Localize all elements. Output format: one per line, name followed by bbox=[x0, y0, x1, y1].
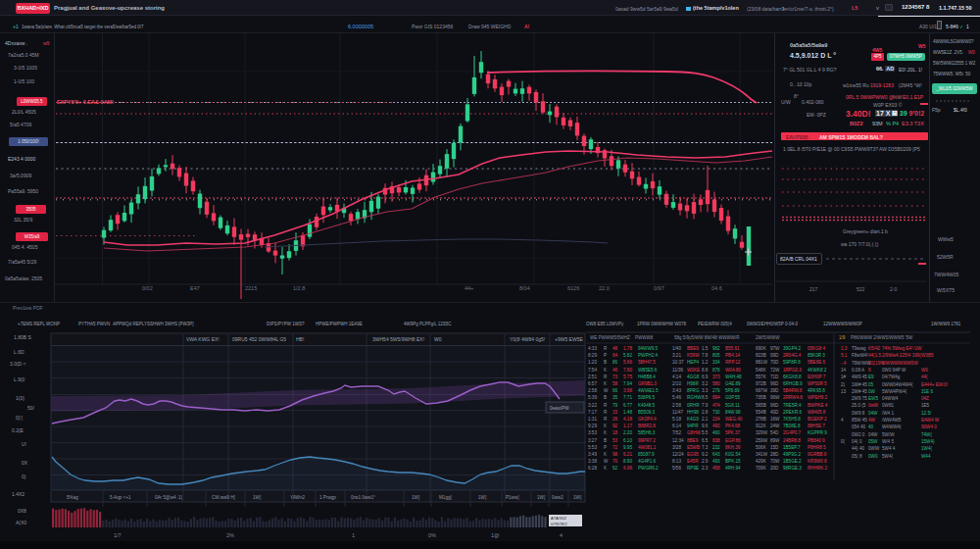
svg-text:E45R: E45R bbox=[687, 459, 699, 464]
svg-text:0WW04W4W4(: 0WW04W4W4( bbox=[882, 382, 913, 387]
svg-text:85K0R 3: 85K0R 3 bbox=[808, 353, 825, 358]
svg-text:5/56: 5/56 bbox=[672, 466, 681, 471]
svg-text:RPP.12: RPP.12 bbox=[725, 360, 741, 365]
svg-text:2/10: 2/10 bbox=[672, 381, 681, 386]
svg-text:7.3: 7.3 bbox=[702, 445, 709, 450]
svg-text:24BR8.8: 24BR8.8 bbox=[783, 438, 801, 443]
svg-text:1.5: 1.5 bbox=[702, 346, 709, 351]
svg-text:85W 45: 85W 45 bbox=[852, 418, 867, 423]
svg-text:2G4P0.7: 2G4P0.7 bbox=[783, 430, 802, 435]
svg-text:7.71: 7.71 bbox=[623, 395, 632, 400]
svg-text:279: 279 bbox=[712, 388, 720, 393]
svg-text:259W: 259W bbox=[756, 438, 768, 443]
svg-text:66: 66 bbox=[612, 388, 618, 393]
svg-text:W8405 8: W8405 8 bbox=[808, 410, 826, 415]
svg-text:2W# 45: 2W# 45 bbox=[852, 389, 867, 394]
svg-text:72: 72 bbox=[612, 445, 618, 450]
svg-text:PB4.14: PB4.14 bbox=[725, 353, 741, 358]
svg-text:PWWW8: PWWW8 bbox=[635, 335, 654, 340]
svg-text:1W# 45: 1W# 45 bbox=[852, 382, 867, 387]
svg-text:8PRG: 8PRG bbox=[687, 388, 700, 393]
svg-text:0RHR: 0RHR bbox=[687, 403, 700, 408]
svg-text:1W4(: 1W4( bbox=[921, 446, 932, 451]
svg-text:0.08 A: 0.08 A bbox=[852, 368, 865, 373]
svg-text:493: 493 bbox=[712, 459, 720, 464]
svg-text:054 40: 054 40 bbox=[852, 424, 865, 429]
svg-text:474: 474 bbox=[712, 403, 720, 408]
svg-text:20D: 20D bbox=[770, 466, 779, 471]
svg-text:PK4.68: PK4.68 bbox=[725, 424, 741, 428]
svg-text:1#: 1# bbox=[841, 374, 847, 379]
svg-text:4:33: 4:33 bbox=[588, 346, 597, 351]
svg-text:982: 982 bbox=[712, 346, 720, 351]
svg-text:15: 15 bbox=[612, 410, 618, 415]
svg-text:GK0P4.4: GK0P4.4 bbox=[638, 417, 657, 422]
svg-text:PWPH2.4: PWPH2.4 bbox=[638, 353, 659, 358]
svg-text:580: 580 bbox=[712, 381, 720, 386]
svg-text:4RK95 8: 4RK95 8 bbox=[808, 388, 825, 393]
svg-text:1.78: 1.78 bbox=[623, 346, 632, 351]
svg-text:2.3: 2.3 bbox=[702, 466, 709, 471]
svg-text:71D: 71D bbox=[770, 374, 779, 379]
svg-text:912K: 912K bbox=[756, 424, 767, 428]
svg-text:70D: 70D bbox=[770, 360, 779, 365]
svg-text:64: 64 bbox=[612, 353, 618, 358]
svg-text:823B: 823B bbox=[756, 353, 766, 358]
svg-text:3:38: 3:38 bbox=[588, 459, 597, 464]
svg-text:99PR7.2: 99PR7.2 bbox=[638, 438, 656, 443]
svg-text:5:46: 5:46 bbox=[672, 395, 681, 400]
svg-text:3:49: 3:49 bbox=[588, 452, 597, 457]
svg-text:W: W bbox=[604, 459, 609, 464]
svg-text:6RHGB.9: 6RHGB.9 bbox=[783, 381, 803, 386]
svg-text:E4W4 W: E4W4 W bbox=[921, 418, 940, 423]
svg-text:2/9Ww4 225/4 199(: 2/9Ww4 225/4 199( bbox=[882, 353, 921, 358]
svg-text:7.9: 7.9 bbox=[702, 403, 709, 408]
svg-text:429K: 429K bbox=[756, 459, 767, 464]
svg-text:54D: 54D bbox=[770, 430, 779, 435]
svg-text:EW5: EW5 bbox=[868, 396, 878, 401]
svg-text:6:28: 6:28 bbox=[588, 466, 597, 471]
svg-text:B: B bbox=[604, 360, 607, 365]
svg-text:F8wW4!: F8wW4! bbox=[852, 353, 868, 358]
svg-text:72W: 72W bbox=[770, 368, 780, 373]
svg-text:WEG.40: WEG.40 bbox=[725, 417, 743, 422]
svg-text:6.77: 6.77 bbox=[623, 403, 632, 408]
svg-text:1.2: 1.2 bbox=[702, 360, 709, 365]
svg-text:K59W: K59W bbox=[687, 353, 700, 358]
svg-text:0/WWWWWW5W: 0/WWWWWW5W bbox=[882, 361, 918, 366]
svg-text:697W: 697W bbox=[756, 388, 768, 393]
svg-text:5PK.37: 5PK.37 bbox=[725, 430, 741, 435]
svg-text:70W: 70W bbox=[770, 459, 780, 464]
svg-text:4W9 45: 4W9 45 bbox=[852, 374, 867, 379]
svg-text:RP9E: RP9E bbox=[687, 466, 699, 471]
svg-text:RHHRK 2: RHHRK 2 bbox=[808, 466, 828, 471]
svg-text:62: 62 bbox=[612, 466, 618, 471]
svg-text:730: 730 bbox=[712, 410, 720, 415]
svg-text:341W: 341W bbox=[756, 452, 768, 457]
svg-text:557K: 557K bbox=[756, 374, 767, 379]
svg-text:KR9W0 8: KR9W0 8 bbox=[808, 459, 827, 464]
svg-text:3/28: 3/28 bbox=[672, 445, 681, 450]
svg-text:6.9: 6.9 bbox=[702, 374, 709, 379]
svg-text:W44: W44 bbox=[921, 454, 931, 459]
svg-text:-.4: -.4 bbox=[841, 361, 847, 366]
svg-text:0WW: 0WW bbox=[868, 446, 880, 451]
svg-text:7RE5R.4: 7RE5R.4 bbox=[783, 403, 802, 408]
svg-text:GR9B1.3: GR9B1.3 bbox=[638, 381, 657, 386]
svg-text:5.5: 5.5 bbox=[702, 430, 709, 435]
svg-text:6.5: 6.5 bbox=[702, 438, 709, 443]
svg-text:12.5/: 12.5/ bbox=[921, 411, 932, 416]
svg-text:BGEKP 2: BGEKP 2 bbox=[808, 417, 827, 422]
svg-text:W04.80: W04.80 bbox=[725, 368, 741, 373]
svg-text:4W: 4W bbox=[868, 418, 876, 423]
svg-text:4KWK8 2: 4KWK8 2 bbox=[808, 368, 827, 373]
svg-text:894: 894 bbox=[712, 395, 720, 400]
svg-text:0W0 94P W: 0W0 94P W bbox=[882, 368, 906, 373]
svg-text:3:27: 3:27 bbox=[588, 438, 597, 443]
svg-text:10:37: 10:37 bbox=[672, 360, 684, 365]
svg-text:3:53: 3:53 bbox=[588, 430, 597, 435]
svg-text:W: W bbox=[604, 388, 609, 393]
svg-text:6: 6 bbox=[868, 368, 871, 373]
svg-text:972B: 972B bbox=[756, 381, 766, 386]
svg-text:7:17: 7:17 bbox=[588, 410, 597, 415]
